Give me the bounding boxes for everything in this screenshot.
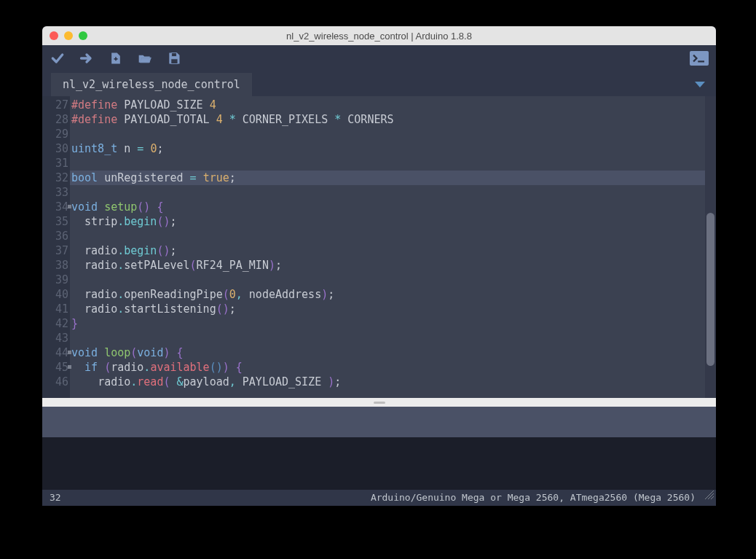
open-file-button[interactable] [137,50,153,66]
verify-button[interactable] [50,50,66,66]
code-line[interactable]: radio.read( &payload, PAYLOAD_SIZE ); [70,375,716,389]
arduino-ide-window: nl_v2_wireless_node_control | Arduino 1.… [42,26,716,506]
line-number: 41 [42,302,68,316]
line-number: 46 [42,375,68,389]
code-line[interactable] [70,127,716,141]
toolbar [42,45,716,71]
svg-rect-1 [171,59,178,64]
code-line[interactable]: radio.begin(); [70,243,716,258]
line-number: 39 [42,273,68,287]
code-line[interactable]: radio.setPALevel(RF24_PA_MIN); [70,258,716,273]
upload-button[interactable] [79,50,95,66]
scrollbar-track[interactable] [705,96,716,398]
resize-grip-icon[interactable] [704,489,714,505]
new-file-button[interactable] [108,50,124,66]
line-number: 35 [42,214,68,229]
status-board-info: Arduino/Genuino Mega or Mega 2560, ATmeg… [371,490,696,506]
code-line[interactable]: radio.startListening(); [70,302,716,316]
code-editor[interactable]: 2728293031323334353637383940414243444546… [42,96,716,398]
line-number-gutter: 2728293031323334353637383940414243444546 [42,96,70,398]
titlebar: nl_v2_wireless_node_control | Arduino 1.… [42,26,716,45]
code-line[interactable]: #define PAYLOAD_TOTAL 4 * CORNER_PIXELS … [70,112,716,127]
code-line[interactable]: void setup() { [70,200,716,214]
line-number: 30 [42,141,68,156]
code-line[interactable] [70,273,716,287]
code-line[interactable] [70,229,716,243]
code-line[interactable]: strip.begin(); [70,214,716,229]
code-area[interactable]: #define PAYLOAD_SIZE 4#define PAYLOAD_TO… [70,96,716,398]
line-number: 29 [42,127,68,141]
scrollbar-thumb[interactable] [706,213,714,366]
serial-monitor-button[interactable] [690,51,709,66]
line-number: 43 [42,331,68,345]
code-line[interactable]: #define PAYLOAD_SIZE 4 [70,98,716,112]
line-number: 37 [42,243,68,258]
console-output[interactable] [42,437,716,490]
code-line[interactable] [70,331,716,345]
save-button[interactable] [166,50,182,66]
line-number: 42 [42,316,68,331]
code-line[interactable]: if (radio.available()) { [70,360,716,375]
splitter-handle[interactable] [42,398,716,407]
line-number: 31 [42,156,68,171]
line-number: 33 [42,185,68,200]
code-line[interactable] [70,156,716,171]
code-line[interactable]: } [70,316,716,331]
line-number: 38 [42,258,68,273]
line-number: 44 [42,345,68,360]
code-line[interactable]: radio.openReadingPipe(0, nodeAddress); [70,287,716,302]
window-title: nl_v2_wireless_node_control | Arduino 1.… [42,31,716,42]
line-number: 36 [42,229,68,243]
tab-label: nl_v2_wireless_node_control [63,78,240,91]
tab-sketch[interactable]: nl_v2_wireless_node_control [51,73,252,96]
status-line-number: 32 [50,490,61,506]
tab-menu-dropdown[interactable] [694,77,706,91]
line-number: 32 [42,171,68,185]
svg-rect-0 [172,53,177,57]
line-number: 45 [42,360,68,375]
line-number: 27 [42,98,68,112]
line-number: 34 [42,200,68,214]
tab-bar: nl_v2_wireless_node_control [42,71,716,96]
code-line[interactable]: bool unRegistered = true; [70,171,716,185]
message-area [42,407,716,437]
status-bar: 32 Arduino/Genuino Mega or Mega 2560, AT… [42,490,716,506]
code-line[interactable]: uint8_t n = 0; [70,141,716,156]
code-line[interactable]: void loop(void) { [70,345,716,360]
line-number: 40 [42,287,68,302]
code-line[interactable] [70,185,716,200]
line-number: 28 [42,112,68,127]
